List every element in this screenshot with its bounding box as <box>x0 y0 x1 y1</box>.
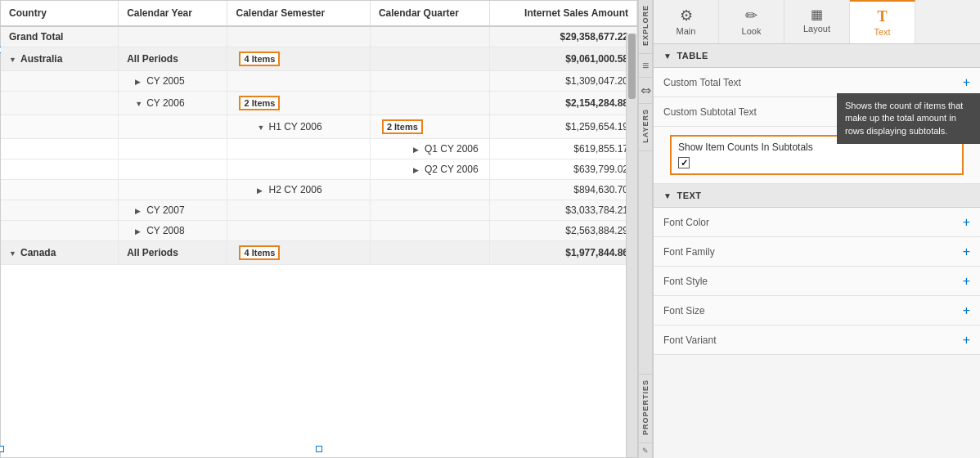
cell-sales: $1,977,844.86 <box>490 241 637 265</box>
cell-cal-sem: 4 Items <box>227 241 370 265</box>
cell-country <box>1 221 119 241</box>
cell-sales: $3,033,784.21 <box>490 200 637 221</box>
props-content: ▼ TABLE Custom Total Text + Custom Subto… <box>654 44 980 458</box>
cell-sales: $619,855.17 <box>490 139 637 159</box>
table-row: ▶CY 2007 $3,033,784.21 <box>1 200 637 221</box>
cell-cal-sem <box>227 71 370 92</box>
tab-look-label: Look <box>742 26 762 36</box>
cell-cal-sem <box>227 139 370 159</box>
custom-subtotal-text-label: Custom Subtotal Text <box>663 106 963 118</box>
cell-country <box>1 139 119 159</box>
font-style-row: Font Style + <box>654 267 980 296</box>
add-font-color-button[interactable]: + <box>963 215 970 230</box>
tab-bar: ⚙ Main ✏ Look ▦ Layout T Text <box>654 0 980 44</box>
layers-label: LAYERS <box>641 109 650 143</box>
tab-text-label: Text <box>874 27 890 37</box>
add-font-size-button[interactable]: + <box>963 303 970 318</box>
scrollbar-thumb[interactable] <box>628 34 636 99</box>
font-variant-row: Font Variant + <box>654 326 980 355</box>
scrollbar[interactable] <box>626 34 637 457</box>
expand-icon[interactable]: ▶ <box>135 78 143 86</box>
expand-icon[interactable]: ▶ <box>413 146 421 154</box>
cell-sales: $639,799.02 <box>490 159 637 180</box>
properties-tab-button[interactable]: PROPERTIES <box>639 374 652 442</box>
cell-cal-qtr <box>370 241 490 265</box>
text-tab-icon: T <box>877 8 887 25</box>
cell-cal-qtr <box>370 47 490 71</box>
add-font-family-button[interactable]: + <box>963 245 970 259</box>
cell-cal-sem: 2 Items <box>227 92 370 115</box>
table-section-label: TABLE <box>677 51 708 61</box>
add-custom-total-button[interactable]: + <box>963 75 970 90</box>
cell-sales: $9,061,000.58 <box>490 47 637 71</box>
cell-cal-year <box>119 139 227 159</box>
font-variant-label: Font Variant <box>663 335 963 346</box>
font-color-row: Font Color + <box>654 208 980 237</box>
table-row: ▼Australia All Periods 4 Items $9,061,00… <box>1 47 637 71</box>
cell-cal-qtr: 2 Items <box>370 115 490 139</box>
text-section-label: TEXT <box>677 191 701 200</box>
tab-main[interactable]: ⚙ Main <box>654 0 719 43</box>
cell-country: ▼Australia <box>1 47 119 71</box>
layers-tab-button[interactable]: LAYERS <box>639 104 652 151</box>
show-item-counts-checkbox-container: Show Item Counts In Subtotals ✓ <box>670 135 964 175</box>
properties-label: PROPERTIES <box>641 379 650 435</box>
tab-layout[interactable]: ▦ Layout <box>784 0 850 43</box>
add-font-variant-button[interactable]: + <box>963 333 970 348</box>
add-font-style-button[interactable]: + <box>963 274 970 289</box>
cell-cal-year: All Periods <box>119 47 227 71</box>
show-item-counts-section: Show Item Counts In Subtotals ✓ <box>654 127 980 184</box>
custom-total-text-row: Custom Total Text + <box>654 68 980 97</box>
pencil-icon[interactable]: ✎ <box>639 442 652 458</box>
layout-tab-icon: ▦ <box>811 7 823 22</box>
table-row: ▼CY 2006 2 Items $2,154,284.88 <box>1 92 637 115</box>
data-table: Country Calendar Year Calendar Semester … <box>1 1 637 265</box>
cell-sales: $894,630.70 <box>490 180 637 200</box>
main-tab-icon: ⚙ <box>680 7 693 25</box>
expand-icon[interactable]: ▶ <box>135 207 143 215</box>
cell-cal-year <box>119 115 227 139</box>
cell-cal-year <box>119 26 227 47</box>
col-header-country: Country <box>1 1 119 26</box>
expand-icon[interactable]: ▶ <box>413 166 421 174</box>
font-family-label: Font Family <box>663 246 963 258</box>
cell-sales: $1,259,654.19 <box>490 115 637 139</box>
text-section-header: ▼ TEXT <box>654 184 980 208</box>
cell-cal-year: ▼CY 2006 <box>119 92 227 115</box>
expand-icon[interactable]: ▼ <box>257 123 265 132</box>
arrows-icon[interactable]: ⇔ <box>639 78 652 104</box>
cell-cal-year <box>119 159 227 180</box>
cell-sales: $29,358,677.22 <box>490 26 637 47</box>
cell-sales: $2,563,884.29 <box>490 221 637 241</box>
cell-cal-qtr: ▶Q1 CY 2006 <box>370 139 490 159</box>
cell-country <box>1 92 119 115</box>
cell-cal-year: ▶CY 2005 <box>119 71 227 92</box>
tab-main-label: Main <box>677 26 696 36</box>
col-header-sales-amount: Internet Sales Amount <box>490 1 637 26</box>
table-row: ▶H2 CY 2006 $894,630.70 <box>1 180 637 200</box>
cell-cal-sem <box>227 221 370 241</box>
cell-cal-sem <box>227 200 370 221</box>
expand-icon[interactable]: ▼ <box>9 56 17 64</box>
explore-tab-button[interactable]: EXPLORE <box>639 0 652 54</box>
font-size-label: Font Size <box>663 305 963 317</box>
cell-cal-sem <box>227 26 370 47</box>
cell-sales: $2,154,284.88 <box>490 92 637 115</box>
tab-look[interactable]: ✏ Look <box>719 0 784 43</box>
expand-icon[interactable]: ▼ <box>9 249 17 258</box>
layers-icon[interactable]: ≡ <box>639 54 652 78</box>
expand-icon[interactable]: ▶ <box>135 227 143 236</box>
table-row: ▶Q2 CY 2006 $639,799.02 <box>1 159 637 180</box>
col-header-calendar-year: Calendar Year <box>119 1 227 26</box>
text-section-arrow-icon: ▼ <box>663 191 672 200</box>
add-custom-subtotal-button[interactable]: + <box>963 105 970 119</box>
expand-icon[interactable]: ▼ <box>135 100 143 108</box>
show-item-counts-checkbox[interactable]: ✓ <box>678 157 690 168</box>
expand-icon[interactable]: ▶ <box>257 186 265 195</box>
font-size-row: Font Size + <box>654 296 980 326</box>
tab-text[interactable]: T Text <box>850 0 915 43</box>
font-style-label: Font Style <box>663 276 963 287</box>
cell-country <box>1 180 119 200</box>
cell-cal-qtr <box>370 71 490 92</box>
properties-panel: ⚙ Main ✏ Look ▦ Layout T Text ▼ TABLE <box>653 0 980 458</box>
